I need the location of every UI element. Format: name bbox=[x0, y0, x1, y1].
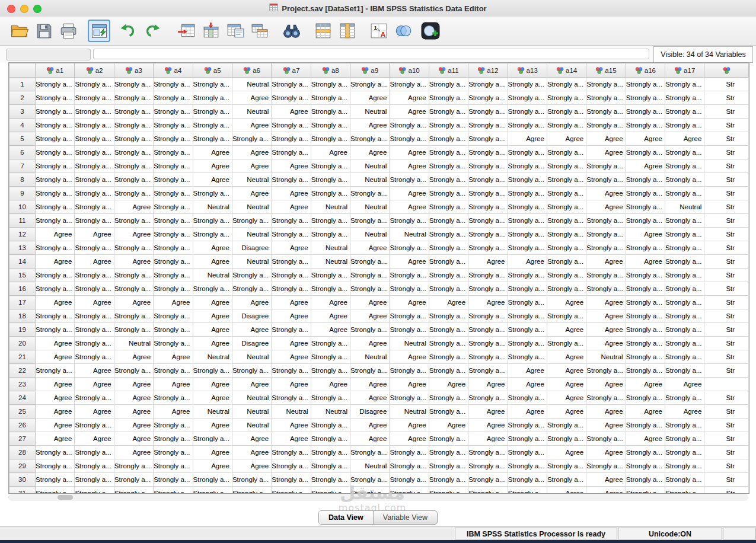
data-cell[interactable]: Strongly a... bbox=[114, 91, 153, 105]
data-cell[interactable]: Strongly a... bbox=[665, 350, 704, 364]
data-cell[interactable]: Strongly a... bbox=[626, 487, 665, 494]
column-header-a14[interactable]: a14 bbox=[547, 63, 586, 78]
data-cell[interactable]: Strongly a... bbox=[429, 487, 468, 494]
data-cell[interactable]: Strongly a... bbox=[193, 78, 232, 91]
data-cell[interactable]: Agree bbox=[311, 323, 350, 337]
column-header-a13[interactable]: a13 bbox=[508, 63, 547, 78]
data-cell[interactable]: Strongly a... bbox=[626, 78, 665, 91]
data-cell[interactable]: Strongly a... bbox=[429, 119, 468, 132]
data-cell[interactable]: Strongly a... bbox=[547, 228, 586, 241]
data-cell[interactable]: Strongly a... bbox=[468, 78, 508, 91]
column-header-a9[interactable]: a9 bbox=[350, 63, 390, 78]
data-cell[interactable]: Strongly a... bbox=[508, 282, 547, 296]
data-cell[interactable]: Agree bbox=[36, 255, 75, 269]
data-cell[interactable]: Strongly a... bbox=[468, 364, 508, 378]
data-cell[interactable]: Strongly a... bbox=[626, 459, 665, 473]
data-cell[interactable]: Strongly a... bbox=[272, 391, 311, 405]
data-cell[interactable]: Agree bbox=[626, 432, 665, 446]
data-cell[interactable]: Agree bbox=[36, 337, 75, 350]
data-cell[interactable]: Strongly a... bbox=[626, 337, 665, 350]
data-cell-clipped[interactable]: Str bbox=[704, 296, 749, 309]
data-cell-clipped[interactable] bbox=[704, 378, 749, 391]
data-cell[interactable]: Neutral bbox=[665, 200, 704, 214]
data-cell[interactable]: Agree bbox=[390, 419, 429, 432]
data-cell[interactable]: Agree bbox=[272, 378, 311, 391]
row-header-31[interactable]: 31 bbox=[9, 487, 36, 494]
data-cell[interactable]: Strongly a... bbox=[429, 200, 468, 214]
data-cell-clipped[interactable]: Str bbox=[704, 459, 749, 473]
data-cell[interactable]: Strongly a... bbox=[154, 214, 193, 228]
row-header-3[interactable]: 3 bbox=[9, 105, 36, 119]
column-header-a6[interactable]: a6 bbox=[232, 63, 271, 78]
data-cell[interactable]: Strongly a... bbox=[429, 132, 468, 146]
data-cell[interactable]: Strongly a... bbox=[586, 364, 626, 378]
data-cell[interactable]: Agree bbox=[508, 405, 547, 419]
data-cell[interactable]: Strongly a... bbox=[193, 105, 232, 119]
data-cell[interactable]: Strongly a... bbox=[75, 446, 114, 459]
data-cell[interactable]: Agree bbox=[311, 378, 350, 391]
data-cell[interactable]: Neutral bbox=[390, 228, 429, 241]
insert-variable-button[interactable] bbox=[336, 20, 359, 42]
data-cell[interactable]: Agree bbox=[586, 473, 626, 487]
data-cell[interactable]: Strongly a... bbox=[272, 214, 311, 228]
data-cell[interactable]: Strongly a... bbox=[547, 105, 586, 119]
data-cell[interactable]: Agree bbox=[114, 446, 153, 459]
row-header-16[interactable]: 16 bbox=[9, 282, 36, 296]
data-cell[interactable]: Agree bbox=[586, 255, 626, 269]
data-cell[interactable]: Strongly a... bbox=[665, 419, 704, 432]
data-cell[interactable]: Strongly a... bbox=[429, 432, 468, 446]
data-cell[interactable]: Strongly a... bbox=[36, 91, 75, 105]
row-header-7[interactable]: 7 bbox=[9, 159, 36, 173]
data-cell[interactable]: Strongly a... bbox=[311, 119, 350, 132]
data-cell[interactable]: Agree bbox=[75, 228, 114, 241]
data-cell[interactable]: Strongly a... bbox=[36, 159, 75, 173]
data-cell[interactable]: Strongly a... bbox=[468, 105, 508, 119]
data-cell[interactable]: Neutral bbox=[232, 350, 271, 364]
data-cell[interactable]: Strongly a... bbox=[193, 214, 232, 228]
row-header-23[interactable]: 23 bbox=[9, 378, 36, 391]
horizontal-scrollbar-thumb[interactable] bbox=[58, 495, 73, 500]
data-cell[interactable]: Strongly a... bbox=[193, 487, 232, 494]
data-cell[interactable]: Agree bbox=[272, 350, 311, 364]
data-cell[interactable]: Disagree bbox=[232, 309, 271, 323]
data-cell[interactable]: Strongly a... bbox=[429, 241, 468, 255]
data-cell[interactable]: Strongly a... bbox=[36, 309, 75, 323]
data-cell[interactable]: Agree bbox=[193, 323, 232, 337]
row-header-10[interactable]: 10 bbox=[9, 200, 36, 214]
data-cell[interactable]: Strongly a... bbox=[36, 187, 75, 200]
grid-corner-cell[interactable] bbox=[9, 63, 36, 78]
data-cell[interactable]: Neutral bbox=[390, 337, 429, 350]
data-cell[interactable]: Agree bbox=[350, 432, 390, 446]
data-cell[interactable]: Strongly a... bbox=[586, 105, 626, 119]
data-cell-clipped[interactable]: Str bbox=[704, 132, 749, 146]
data-cell[interactable]: Agree bbox=[626, 228, 665, 241]
data-cell[interactable]: Agree bbox=[272, 159, 311, 173]
data-cell[interactable]: Strongly a... bbox=[390, 459, 429, 473]
data-cell[interactable]: Agree bbox=[272, 419, 311, 432]
data-cell[interactable]: Neutral bbox=[193, 405, 232, 419]
data-cell[interactable]: Agree bbox=[586, 132, 626, 146]
row-header-15[interactable]: 15 bbox=[9, 269, 36, 282]
data-cell[interactable]: Strongly a... bbox=[390, 241, 429, 255]
data-cell[interactable]: Agree bbox=[586, 309, 626, 323]
data-cell[interactable]: Strongly a... bbox=[36, 459, 75, 473]
data-cell[interactable]: Agree bbox=[114, 432, 153, 446]
data-cell[interactable]: Strongly a... bbox=[390, 214, 429, 228]
data-cell[interactable]: Neutral bbox=[232, 405, 271, 419]
data-cell[interactable]: Strongly a... bbox=[272, 446, 311, 459]
data-cell[interactable]: Agree bbox=[586, 419, 626, 432]
data-cell[interactable]: Strongly a... bbox=[75, 132, 114, 146]
data-cell[interactable]: Strongly a... bbox=[547, 146, 586, 159]
data-cell[interactable]: Agree bbox=[154, 350, 193, 364]
column-header-a3[interactable]: a3 bbox=[114, 63, 153, 78]
data-cell[interactable]: Strongly a... bbox=[272, 91, 311, 105]
row-header-4[interactable]: 4 bbox=[9, 119, 36, 132]
data-cell[interactable]: Strongly a... bbox=[36, 473, 75, 487]
data-cell[interactable]: Strongly a... bbox=[272, 487, 311, 494]
data-cell-clipped[interactable]: Str bbox=[704, 241, 749, 255]
row-header-18[interactable]: 18 bbox=[9, 309, 36, 323]
data-cell[interactable]: Strongly a... bbox=[36, 241, 75, 255]
data-cell[interactable]: Strongly a... bbox=[75, 146, 114, 159]
data-cell[interactable]: Agree bbox=[193, 173, 232, 187]
column-header-a11[interactable]: a11 bbox=[429, 63, 468, 78]
